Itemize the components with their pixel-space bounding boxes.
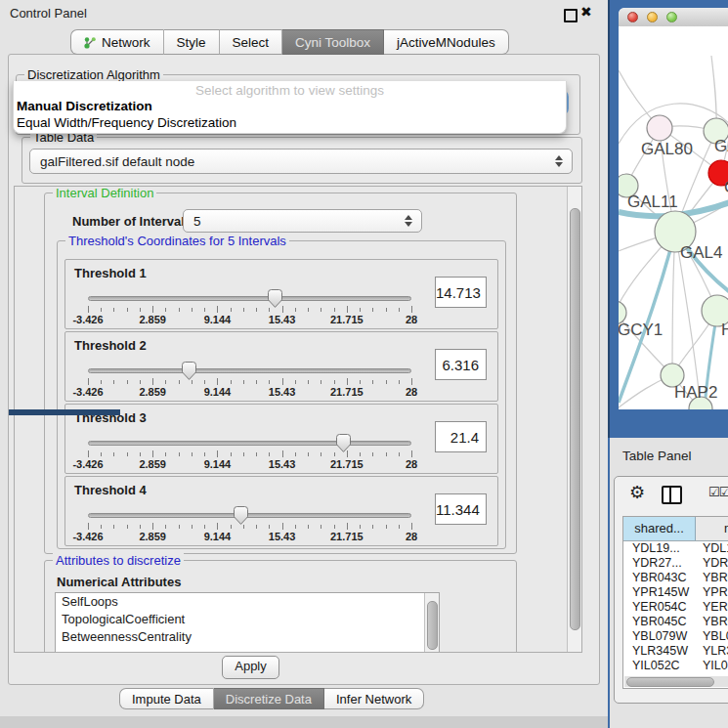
tick-mark <box>140 525 141 529</box>
attribute-item[interactable]: SelfLoops <box>56 593 439 611</box>
attribute-list-scrollbar[interactable] <box>424 593 439 652</box>
tick-mark <box>347 523 348 530</box>
table-panel-title: Table Panel <box>622 449 692 463</box>
tab-label: Discretize Data <box>226 692 312 707</box>
panel-title: Control Panel <box>10 6 87 21</box>
tick-mark <box>282 378 283 385</box>
table-row[interactable]: YPR145WYPR1 <box>623 585 728 600</box>
tick-mark <box>165 525 166 529</box>
table-data-combobox[interactable]: galFiltered.sif default node <box>29 149 573 174</box>
table-row[interactable]: YIL052CYIL0 <box>623 659 728 673</box>
float-window-icon[interactable] <box>564 9 578 22</box>
gear-icon[interactable]: ⚙ <box>629 482 645 503</box>
tick-mark <box>411 523 412 530</box>
table-row[interactable]: YDR27...YDR2 <box>623 556 728 571</box>
interval-definition-title: Interval Definition <box>53 186 156 200</box>
threshold-panel: Threshold 1 -3.4262.8599.14415.4321.7152… <box>64 259 498 329</box>
tick-mark <box>295 380 296 384</box>
tick-mark <box>179 380 180 384</box>
network-window: GAL80GAGAL11CGAL4GCY1HHAP2 <box>619 8 728 409</box>
tick-mark <box>243 525 244 529</box>
table-row[interactable]: YBR043CYBR0 <box>623 571 728 585</box>
apply-button[interactable]: Apply <box>222 656 279 679</box>
threshold-value-field[interactable]: 14.713 <box>435 277 487 308</box>
table-row[interactable]: YLR345WYLR3 <box>623 644 728 659</box>
cell-name: YDL1 <box>696 541 728 556</box>
tick-mark <box>360 380 361 384</box>
dropdown-option-manual[interactable]: Manual Discretization <box>17 99 152 113</box>
slider-thumb-icon[interactable] <box>182 362 196 380</box>
threshold-slider[interactable]: -3.4262.8599.14415.4321.71528 <box>88 289 411 326</box>
attribute-item[interactable]: BetweennessCentrality <box>56 628 439 646</box>
tick-mark <box>243 308 244 312</box>
threshold-slider[interactable]: -3.4262.8599.14415.4321.71528 <box>88 506 411 543</box>
settings-vertical-scrollbar[interactable] <box>567 187 581 652</box>
tab-style[interactable]: Style <box>164 29 220 55</box>
column-header-name[interactable]: n... <box>696 517 728 540</box>
network-canvas[interactable]: GAL80GAGAL11CGAL4GCY1HHAP2 <box>619 26 728 409</box>
slider-track[interactable] <box>88 441 411 446</box>
cell-name: YIL0 <box>696 659 728 673</box>
slider-track[interactable] <box>88 513 411 518</box>
tick-mark <box>179 525 180 529</box>
network-icon <box>84 36 97 49</box>
tick-mark <box>165 452 166 456</box>
tick-mark <box>101 452 102 456</box>
network-node[interactable] <box>647 115 672 141</box>
zoom-traffic-light-icon[interactable] <box>666 12 677 22</box>
column-header-shared-name[interactable]: shared... <box>623 517 696 540</box>
tick-mark <box>372 308 373 312</box>
threshold-label: Threshold 1 <box>74 266 147 280</box>
table-row[interactable]: YER054CYER0 <box>623 600 728 615</box>
tab-select[interactable]: Select <box>220 29 283 55</box>
minimize-traffic-light-icon[interactable] <box>647 12 658 22</box>
slider-thumb-icon[interactable] <box>268 289 282 308</box>
table-row[interactable]: YBL079WYBL0 <box>623 629 728 644</box>
tick-mark <box>113 380 114 384</box>
close-traffic-light-icon[interactable] <box>627 12 638 22</box>
tick-label: 21.715 <box>330 314 364 325</box>
tick-mark <box>411 306 412 313</box>
dropdown-option-equal-width[interactable]: Equal Width/Frequency Discretization <box>17 115 236 130</box>
slider-thumb-icon[interactable] <box>336 434 351 452</box>
tick-mark <box>360 452 361 456</box>
network-window-titlebar <box>619 8 728 27</box>
threshold-slider[interactable]: -3.4262.8599.14415.4321.71528 <box>88 362 411 399</box>
checkbox-pair-icon[interactable]: ☑☑ <box>708 485 728 499</box>
tick-mark <box>88 306 89 313</box>
cell-shared-name: YLR345W <box>623 644 696 659</box>
tick-mark <box>411 378 412 385</box>
tick-mark <box>127 380 128 384</box>
tab-impute-data[interactable]: Impute Data <box>119 688 214 709</box>
tab-network[interactable]: Network <box>70 29 164 55</box>
threshold-slider[interactable]: -3.4262.8599.14415.4321.71528 <box>88 434 411 471</box>
threshold-value-field[interactable]: 6.316 <box>435 349 487 380</box>
number-of-intervals-label: Number of Intervals <box>72 214 192 229</box>
threshold-value-field[interactable]: 11.344 <box>435 493 487 525</box>
tick-mark <box>282 523 283 530</box>
table-row[interactable]: YDL19...YDL1 <box>623 541 728 556</box>
number-of-intervals-combobox[interactable]: 5 <box>183 209 422 233</box>
tick-mark <box>372 525 373 529</box>
slider-track[interactable] <box>88 368 411 373</box>
tick-mark <box>231 452 232 456</box>
attribute-item[interactable]: TopologicalCoefficient <box>56 611 439 628</box>
tick-mark <box>101 525 102 529</box>
tab-infer-network[interactable]: Infer Network <box>324 688 424 709</box>
slider-tick-labels: -3.4262.8599.14415.4321.71528 <box>88 314 411 325</box>
tab-jactivemnodules[interactable]: jActiveMNodules <box>384 29 509 55</box>
table-row[interactable]: YBR045CYBR0 <box>623 615 728 629</box>
tick-mark <box>399 452 400 456</box>
split-columns-icon[interactable] <box>662 486 682 504</box>
tick-mark <box>217 450 218 457</box>
tick-mark <box>269 452 270 456</box>
tick-mark <box>386 380 387 384</box>
tab-cyni-toolbox[interactable]: Cyni Toolbox <box>282 29 384 55</box>
slider-track[interactable] <box>88 296 411 301</box>
close-icon[interactable]: ✖ <box>580 4 592 20</box>
tab-discretize-data[interactable]: Discretize Data <box>214 688 324 709</box>
tick-mark <box>217 378 218 385</box>
slider-thumb-icon[interactable] <box>234 506 248 525</box>
table-horizontal-scrollbar[interactable] <box>624 676 728 687</box>
threshold-value-field[interactable]: 21.4 <box>435 421 487 452</box>
